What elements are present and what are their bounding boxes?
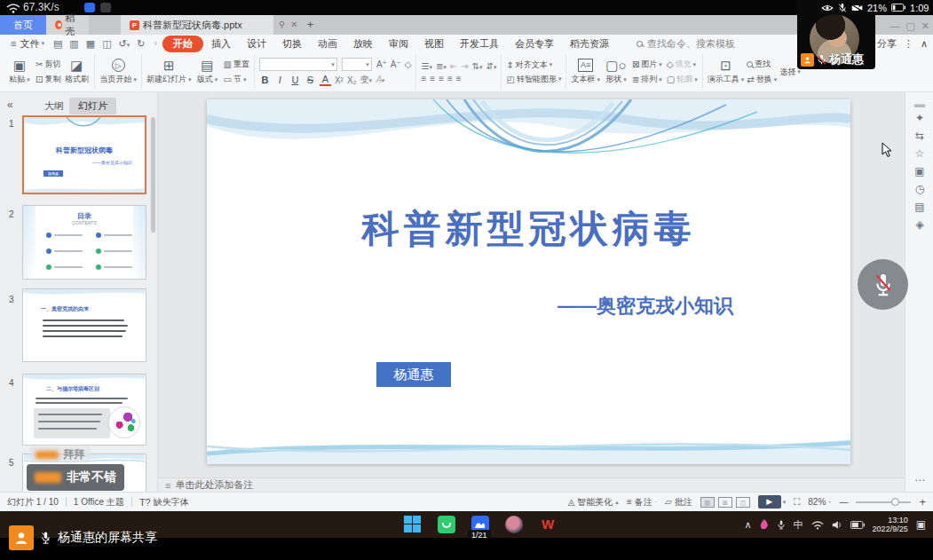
format-painter-button[interactable]: ◪格式刷 <box>63 59 90 85</box>
close-button[interactable]: ✕ <box>921 20 929 32</box>
zoom-in-button[interactable]: + <box>919 495 926 509</box>
bold-button[interactable]: B <box>259 75 271 85</box>
italic-button[interactable]: I <box>274 75 286 85</box>
kebab-menu-icon[interactable]: ⋮ <box>904 38 913 50</box>
bullet-list-icon[interactable]: ☰▾ <box>421 61 431 71</box>
drag-handle-icon[interactable]: ▬ <box>905 98 933 110</box>
tray-expand-icon[interactable]: ∧ <box>745 519 752 531</box>
collapse-panel-icon[interactable]: « <box>7 99 13 111</box>
more-dots-icon[interactable]: ⋯ <box>905 474 933 486</box>
normal-view-icon[interactable]: ▥ <box>700 497 715 508</box>
highlight-icon[interactable]: 𝐴▾ <box>376 75 384 85</box>
distribute-icon[interactable]: ≡ <box>456 74 462 83</box>
hamburger-icon[interactable]: ≡ <box>11 38 16 49</box>
sorter-view-icon[interactable]: ⊞ <box>718 497 732 508</box>
reading-view-icon[interactable]: ◫ <box>736 497 750 508</box>
panel-scrollbar[interactable] <box>151 117 155 233</box>
save-icon[interactable]: ▤ <box>53 38 62 50</box>
more-icon[interactable]: ▿ <box>154 40 158 47</box>
star-effects-icon[interactable]: ☆ <box>905 147 933 160</box>
pin-tab-icon[interactable]: ⚲ <box>279 15 285 35</box>
zoom-out-button[interactable]: — <box>839 497 848 507</box>
ribbon-tab-home[interactable]: 开始 <box>162 35 203 52</box>
theme-indicator[interactable]: 1 Office 主题 <box>74 496 124 509</box>
ribbon-tab-member[interactable]: 会员专享 <box>507 37 562 51</box>
decrease-font-icon[interactable]: A⁻ <box>391 59 401 69</box>
notification-center-icon[interactable]: ▣ <box>916 518 926 531</box>
tab-document[interactable]: P 科普新型冠状病毒.pptx <box>121 15 273 35</box>
slide-subtitle[interactable]: ——奥密克戎小知识 <box>557 293 733 319</box>
collapse-ribbon-icon[interactable]: ∧ <box>921 38 928 50</box>
align-right-icon[interactable]: ≡ <box>439 74 444 83</box>
wps-taskbar-icon[interactable]: W <box>539 516 557 533</box>
justify-icon[interactable]: ≡ <box>447 74 453 83</box>
fill-button[interactable]: ◇填充▾ <box>667 59 696 70</box>
undo-icon[interactable]: ↺▾ <box>119 38 130 50</box>
align-center-icon[interactable]: ≡ <box>430 74 435 83</box>
notes-toggle-button[interactable]: ≡ 备注· <box>627 496 657 509</box>
play-options-caret[interactable]: ▾ <box>783 499 787 506</box>
notes-pane[interactable]: ≡ 单击此处添加备注 <box>158 477 905 492</box>
arrange-button[interactable]: ≣排列▾ <box>632 74 662 85</box>
new-slide-button[interactable]: ⊞新建幻灯片▾ <box>146 59 192 85</box>
reset-button[interactable]: ▥重置 <box>223 59 249 70</box>
zoom-slider[interactable] <box>856 501 911 503</box>
present-tools-button[interactable]: ⊡演示工具▾ <box>708 59 745 85</box>
align-text-button[interactable]: ⇕对齐文本▾ <box>506 59 561 71</box>
command-search[interactable]: 查找命令、搜索模板 <box>636 37 735 51</box>
shape-button[interactable]: ▢○形状▾ <box>603 59 629 85</box>
ribbon-tab-animation[interactable]: 动画 <box>310 37 345 51</box>
ribbon-tab-docer-res[interactable]: 稻壳资源 <box>562 37 617 51</box>
ime-indicator[interactable]: 中 <box>794 518 803 532</box>
outline-button[interactable]: ▢轮廓▾ <box>667 74 698 85</box>
ribbon-tab-devtools[interactable]: 开发工具 <box>452 37 507 51</box>
slide-thumbnail-2[interactable]: 目录 CONTENTS <box>22 205 146 280</box>
tab-docer[interactable]: 稻壳 <box>46 15 89 35</box>
increase-font-icon[interactable]: A⁺ <box>376 59 387 69</box>
subscript-icon[interactable]: X₂ <box>347 75 357 85</box>
slide-title[interactable]: 科普新型冠状病毒 <box>207 204 850 254</box>
missing-font-button[interactable]: T? 缺失字体 <box>139 496 189 509</box>
tray-wifi-icon[interactable] <box>811 520 824 530</box>
indent-icon[interactable]: ⇥ <box>461 61 468 71</box>
mic-toggle-button[interactable] <box>858 259 908 310</box>
ribbon-tab-review[interactable]: 审阅 <box>381 37 416 51</box>
textbox-button[interactable]: A≡文本框▾ <box>571 59 600 85</box>
screen-share-banner[interactable]: 杨通惠的屏幕共享 <box>9 525 157 550</box>
tray-battery-icon[interactable] <box>850 521 865 529</box>
file-menu[interactable]: 文件 <box>20 37 39 51</box>
round-app-icon[interactable] <box>505 516 523 533</box>
font-size-select[interactable]: ▾ <box>342 58 372 71</box>
tray-clock[interactable]: 13:102022/9/25 <box>873 516 908 533</box>
ribbon-tab-view[interactable]: 视图 <box>416 37 452 51</box>
toolbox-icon[interactable]: ▤ <box>905 201 933 213</box>
slide-thumbnail-1[interactable]: 科普新型冠状病毒 ——奥密克戎小知识 杨通惠 <box>22 115 146 194</box>
line-spacing-icon[interactable]: ⇅▾ <box>472 61 483 71</box>
maximize-button[interactable]: ▢ <box>905 20 914 32</box>
close-tab-icon[interactable]: ✕ <box>290 15 297 35</box>
text-direction-icon[interactable]: ⇵▾ <box>486 61 497 71</box>
underline-button[interactable]: U <box>289 75 301 85</box>
slideshow-play-button[interactable]: ▶ <box>758 495 781 509</box>
beautify-button[interactable]: ◬ 智能美化▴ <box>568 496 619 509</box>
copy-button[interactable]: ⊡复制 <box>36 74 60 85</box>
slide-thumbnail-3[interactable]: 一、奥密克戎的由来 <box>22 288 146 362</box>
redo-icon[interactable]: ↻ <box>137 38 145 50</box>
fit-window-icon[interactable]: ⛶ <box>794 497 800 508</box>
tray-app-icon[interactable] <box>760 519 769 530</box>
play-from-current-button[interactable]: ▷ 当页开始▾ <box>99 59 137 85</box>
section-button[interactable]: ▭节▾ <box>223 74 249 85</box>
find-button[interactable]: 查找 <box>747 59 777 70</box>
picture-button[interactable]: ⊠图片▾ <box>632 59 662 70</box>
font-color-icon[interactable]: A <box>320 74 331 86</box>
tray-speaker-icon[interactable] <box>832 520 842 530</box>
sliders-icon[interactable]: ⇆ <box>905 130 933 142</box>
clear-format-icon[interactable]: ◇ <box>405 59 412 69</box>
comments-button[interactable]: ▱ 批注 <box>665 496 692 509</box>
clock-history-icon[interactable]: ◷ <box>905 183 933 195</box>
tab-outline[interactable]: 大纲 <box>44 99 64 113</box>
minimize-button[interactable]: — <box>890 20 899 32</box>
zoom-knob[interactable] <box>891 498 899 506</box>
layout-button[interactable]: ▤版式▾ <box>194 59 220 85</box>
outdent-icon[interactable]: ⇤ <box>450 61 457 71</box>
